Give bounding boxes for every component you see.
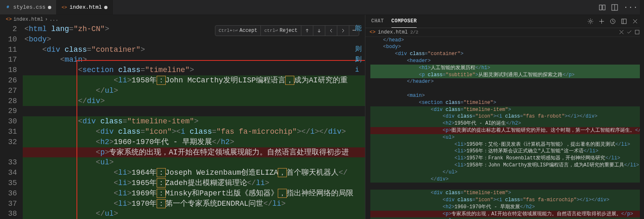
tab-chat[interactable]: CHAT bbox=[371, 18, 384, 24]
maximize-icon[interactable] bbox=[634, 29, 640, 35]
code-line[interactable]: <p>专家系统的出现，AI开始在特定领域展现能力。自然语言处理取得初步进 bbox=[23, 147, 365, 158]
code-line[interactable]: <body> bbox=[23, 34, 365, 45]
diff-line[interactable]: <li>1958年：John McCarthy发明LISP编程语言，成为AI研究… bbox=[370, 162, 644, 169]
history-icon[interactable] bbox=[610, 18, 616, 24]
diff-line[interactable]: </div> bbox=[370, 176, 644, 183]
code-line[interactable]: <li>1964年：Joseph Weizenbaum创造ELIZA，首个聊天机… bbox=[23, 168, 365, 178]
svg-point-4 bbox=[589, 20, 592, 22]
code-lines[interactable]: Ctrl+⇧⏎ Accept ctrl⏎ Reject ⋯ <html lang… bbox=[23, 24, 365, 219]
diff-line[interactable]: <p>专家系统的出现，AI开始在特定领域展现能力。自然语言处理取得初步进展。</… bbox=[370, 211, 644, 218]
tab-styles-css[interactable]: # styles.css bbox=[0, 0, 57, 14]
diff-line[interactable]: <h2>1960-1970年代 - 早期发展</h2> bbox=[370, 204, 644, 211]
diff-line[interactable]: <body> bbox=[370, 43, 644, 51]
tab-label: index.html bbox=[69, 4, 102, 10]
code-line[interactable]: <li>1965年：Zadeh提出模糊逻辑理论</li> bbox=[23, 178, 365, 188]
check-icon[interactable] bbox=[627, 29, 632, 35]
diff-line[interactable]: <div class="icon"><i class="fas fa-robot… bbox=[370, 113, 644, 120]
code-line[interactable]: <main> bbox=[23, 55, 365, 65]
code-line[interactable]: <div class="timeline-item"> bbox=[23, 116, 365, 127]
diff-line[interactable]: <div class="container"> bbox=[370, 51, 644, 58]
diff-line[interactable]: <ul> bbox=[370, 217, 644, 219]
svg-rect-1 bbox=[603, 5, 605, 10]
css-icon: # bbox=[5, 5, 11, 10]
editor-actions: ··· bbox=[593, 0, 644, 14]
tab-index-html[interactable]: <> index.html bbox=[57, 0, 113, 14]
diff-line[interactable]: <h1>人工智能的发展历程</h1> bbox=[370, 65, 644, 72]
composer-file-row[interactable]: <> index.html 2/2 bbox=[365, 28, 644, 37]
close-icon[interactable] bbox=[632, 18, 638, 24]
svg-rect-0 bbox=[599, 5, 602, 10]
diff-line[interactable]: <div class="timeline-item"> bbox=[370, 190, 644, 197]
tab-label: styles.css bbox=[13, 4, 45, 10]
diff-line[interactable]: <p class="subtitle">从图灵测试到通用人工智能的探索之路</p… bbox=[370, 72, 644, 79]
more-icon[interactable]: ··· bbox=[624, 4, 638, 11]
diff-line[interactable] bbox=[370, 85, 644, 92]
diff-line[interactable]: <h2>1950年代 - AI的诞生</h2> bbox=[370, 120, 644, 127]
diff-line[interactable]: <header> bbox=[370, 58, 644, 65]
diff-line[interactable]: </head> bbox=[370, 37, 644, 44]
dirty-indicator-icon bbox=[48, 6, 51, 9]
line-gutter: 21011171826272829303132333435363738 bbox=[0, 24, 23, 219]
editor-body[interactable]: 21011171826272829303132333435363738 Ctrl… bbox=[0, 24, 365, 219]
diff-line[interactable]: </ul> bbox=[370, 169, 644, 176]
html-icon: <> bbox=[370, 29, 375, 35]
code-line[interactable]: </div> bbox=[23, 96, 365, 106]
diff-line[interactable]: </header> bbox=[370, 78, 644, 85]
code-line[interactable]: </ul> bbox=[23, 209, 365, 219]
close-icon[interactable] bbox=[619, 29, 624, 35]
svg-rect-7 bbox=[635, 30, 639, 34]
diff-line[interactable]: <ul> bbox=[370, 134, 644, 141]
svg-rect-6 bbox=[622, 19, 626, 24]
diff-line[interactable]: <div class="timeline-item"> bbox=[370, 106, 644, 113]
code-line[interactable]: <section class="timeline"> bbox=[23, 65, 365, 75]
breadcrumb[interactable]: <> index.html › ... bbox=[0, 15, 365, 24]
diff-line[interactable]: <li>1956年：达特茅斯会议正式确立"人工智能"这一术语</li> bbox=[370, 148, 644, 155]
diff-line[interactable] bbox=[370, 183, 644, 190]
code-line[interactable]: <div class="icon"><i class="fas fa-micro… bbox=[23, 127, 365, 137]
gear-icon[interactable] bbox=[587, 18, 594, 24]
code-line[interactable]: <div class="container"> bbox=[23, 45, 365, 55]
breadcrumb-file: index.html bbox=[13, 17, 43, 22]
code-line[interactable]: </ul> bbox=[23, 86, 365, 96]
diff-icon[interactable] bbox=[599, 4, 606, 11]
composer-file-name: index.html bbox=[378, 29, 408, 35]
code-line[interactable] bbox=[23, 106, 365, 116]
expand-icon[interactable] bbox=[621, 18, 627, 24]
composer-diff-view[interactable]: </head> <body> <div class="container"> <… bbox=[365, 37, 644, 219]
minimap-scrollbar[interactable] bbox=[640, 0, 644, 219]
tab-composer[interactable]: COMPOSER bbox=[391, 18, 417, 28]
side-tabs: CHAT COMPOSER bbox=[365, 15, 644, 28]
tab-bar: # styles.css <> index.html ··· bbox=[0, 0, 644, 15]
code-line[interactable]: <h2>1960-1970年代 - 早期发展</h2> bbox=[23, 137, 365, 147]
code-line[interactable]: <li>1970年：第一个专家系统DENDRAL问世</li> bbox=[23, 199, 365, 209]
diff-line[interactable]: <li>1957年：Frank Rosenblatt发明感知器，开创神经网络研究… bbox=[370, 155, 644, 162]
editor-pane: <> index.html › ... 21011171826272829303… bbox=[0, 15, 365, 219]
diff-line[interactable]: <main> bbox=[370, 92, 644, 99]
diff-line[interactable]: <section class="timeline"> bbox=[370, 99, 644, 106]
plus-icon[interactable] bbox=[599, 18, 605, 24]
diff-line[interactable]: <p>图灵测试的提出标志着人工智能研究的开始。这个时期，第一个人工智能程序诞生。… bbox=[370, 127, 644, 134]
split-icon[interactable] bbox=[611, 4, 618, 11]
code-line[interactable]: <ul> bbox=[23, 157, 365, 168]
html-icon: <> bbox=[62, 5, 67, 10]
code-line[interactable]: <li>1958年：John McCarthy发明LISP编程语言，成为AI研究… bbox=[23, 75, 365, 86]
breadcrumb-rest: ... bbox=[50, 17, 59, 22]
composer-panel: CHAT COMPOSER <> index.html 2/2 </head> … bbox=[365, 15, 644, 219]
code-line[interactable]: <li>1969年：Minsky和Papert出版《感知器》，指出神经网络的局限 bbox=[23, 188, 365, 199]
diff-line[interactable]: <div class="icon"><i class="fas fa-micro… bbox=[370, 197, 644, 204]
html-icon: <> bbox=[6, 17, 12, 22]
breadcrumb-sep: › bbox=[45, 17, 48, 22]
code-line[interactable]: <html lang="zh-CN"> bbox=[23, 24, 365, 34]
diff-line[interactable]: <li>1950年：艾伦·图灵发表《计算机器与智能》，提出著名的图灵测试</li… bbox=[370, 141, 644, 148]
dirty-indicator-icon bbox=[104, 6, 107, 9]
composer-change-count: 2/2 bbox=[410, 30, 418, 35]
